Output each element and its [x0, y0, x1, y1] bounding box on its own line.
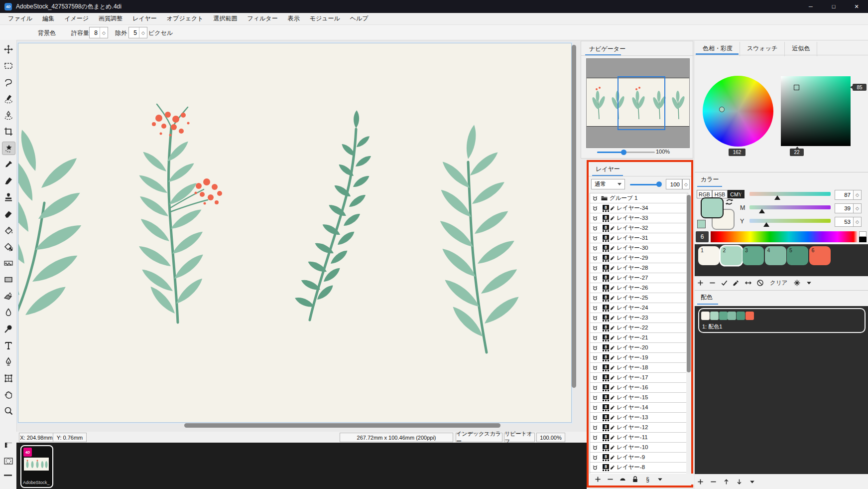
exclude-spinner[interactable]: ◇	[139, 27, 147, 38]
layer-row[interactable]: 8レイヤー-13	[590, 413, 688, 423]
saturation-brightness-marker[interactable]	[794, 85, 799, 90]
navigator-viewport-rect[interactable]	[618, 76, 665, 130]
visibility-eye-icon[interactable]	[592, 205, 600, 212]
layer-row[interactable]: 8レイヤー-8	[590, 463, 688, 473]
layer-row[interactable]: 8レイヤー-15	[590, 393, 688, 403]
palette-panel-tab[interactable]: 配色	[701, 293, 713, 302]
visibility-eye-icon[interactable]	[592, 235, 600, 242]
index-swatch-4[interactable]: 4	[765, 246, 786, 265]
layer-row[interactable]: 8レイヤー-23	[590, 313, 688, 323]
layer-group-row[interactable]: グループ 1	[590, 193, 688, 203]
visibility-eye-icon[interactable]	[592, 225, 600, 232]
palette-collapse-handle[interactable]	[4, 475, 12, 476]
layer-row[interactable]: 8レイヤー-25	[590, 293, 688, 303]
visibility-eye-icon[interactable]	[592, 344, 600, 351]
layer-row[interactable]: 8レイヤー-18	[590, 363, 688, 373]
tool-blur[interactable]	[2, 306, 14, 319]
color-panel-tab[interactable]: カラー	[701, 175, 719, 184]
visibility-eye-icon[interactable]	[592, 374, 600, 381]
channel-value[interactable]: 53	[835, 217, 854, 227]
layer-row[interactable]: 8レイヤー-33	[590, 213, 688, 223]
remove-swatch-button[interactable]	[708, 279, 717, 287]
layer-row[interactable]: 8レイヤー-28	[590, 263, 688, 273]
tab-similar-colors[interactable]: 近似色	[785, 42, 817, 56]
tolerance-spinner[interactable]: ◇	[100, 27, 108, 38]
canvas-vertical-scrollbar[interactable]	[572, 44, 577, 422]
tool-patfill[interactable]	[2, 240, 14, 253]
move-palette-down-button[interactable]	[735, 478, 744, 486]
channel-spinner[interactable]: ◇	[854, 190, 862, 200]
layer-row[interactable]: 8レイヤー-17	[590, 373, 688, 383]
tool-grid[interactable]	[2, 372, 14, 384]
visibility-eye-icon[interactable]	[592, 434, 600, 441]
black-chip[interactable]	[859, 237, 867, 242]
lock-layer-button[interactable]	[631, 475, 639, 484]
channel-slider-thumb[interactable]	[763, 222, 769, 227]
visibility-eye-icon[interactable]	[592, 354, 600, 361]
layer-opacity-slider[interactable]	[630, 184, 659, 185]
visibility-eye-icon[interactable]	[592, 315, 600, 322]
visibility-eye-icon[interactable]	[592, 215, 600, 222]
index-swatch-6[interactable]: 6	[809, 246, 831, 265]
tool-eraser[interactable]	[2, 207, 14, 220]
menu-item-選択範囲[interactable]: 選択範囲	[209, 13, 243, 24]
layer-row[interactable]: 8レイヤー-22	[590, 323, 688, 333]
channel-slider[interactable]	[749, 219, 831, 223]
tool-zoom[interactable]	[2, 405, 14, 417]
layer-row[interactable]: 8レイヤー-12	[590, 423, 688, 433]
tool-marquee[interactable]	[2, 59, 14, 72]
channel-value[interactable]: 87	[835, 190, 854, 200]
visibility-eye-icon[interactable]	[592, 384, 600, 391]
tool-wave[interactable]	[2, 257, 14, 269]
tool-brushsel[interactable]	[2, 92, 14, 105]
navigator-zoom-slider-thumb[interactable]	[621, 150, 626, 155]
layer-row[interactable]: 8レイヤー-29	[590, 253, 688, 263]
layer-opacity-slider-thumb[interactable]	[656, 181, 662, 187]
blend-mode-dropdown[interactable]: 通常	[591, 179, 625, 189]
menu-item-編集[interactable]: 編集	[37, 13, 59, 24]
menu-item-イメージ[interactable]: イメージ	[59, 13, 94, 24]
menu-item-レイヤー[interactable]: レイヤー	[127, 13, 162, 24]
menu-item-フィルター[interactable]: フィルター	[243, 13, 283, 24]
tool-fill[interactable]	[2, 224, 14, 236]
zoom-readout[interactable]: 100.00%	[536, 433, 565, 442]
layer-opacity-value[interactable]: 100	[666, 179, 682, 189]
visibility-eye-icon[interactable]	[592, 444, 600, 451]
layer-row[interactable]: 8レイヤー-20	[590, 343, 688, 353]
layer-row[interactable]: 8レイヤー-14	[590, 403, 688, 413]
layer-row[interactable]: 8レイヤー-32	[590, 223, 688, 233]
menu-item-表示[interactable]: 表示	[283, 13, 305, 24]
link-layer-button[interactable]: §	[643, 475, 652, 484]
white-chip[interactable]	[859, 231, 867, 237]
index-swatch-5[interactable]: 5	[787, 246, 808, 265]
visibility-eye-icon[interactable]	[592, 454, 600, 461]
layer-row[interactable]: 8レイヤー-16	[590, 383, 688, 393]
visibility-eye-icon[interactable]	[592, 464, 600, 471]
repeat-mode-readout[interactable]: リピートオフ	[504, 433, 535, 442]
channel-slider-thumb[interactable]	[774, 195, 780, 200]
visibility-eye-icon[interactable]	[592, 245, 600, 252]
tool-pen[interactable]	[2, 355, 14, 368]
layer-row[interactable]: 8レイヤー-9	[590, 453, 688, 463]
move-palette-up-button[interactable]	[722, 478, 731, 486]
visibility-eye-icon[interactable]	[592, 414, 600, 421]
visibility-eye-icon[interactable]	[592, 364, 600, 371]
menu-item-ヘルプ[interactable]: ヘルプ	[345, 13, 373, 24]
visibility-eye-icon[interactable]	[592, 275, 600, 282]
layer-row[interactable]: 8レイヤー-10	[590, 443, 688, 453]
navigator-tab[interactable]: ナビゲーター	[589, 45, 625, 53]
tool-dropper[interactable]	[2, 158, 14, 170]
channel-slider[interactable]	[749, 192, 831, 196]
channel-value[interactable]: 39	[835, 203, 854, 213]
delete-layer-button[interactable]	[606, 475, 615, 484]
swatch-menu-button[interactable]	[805, 279, 813, 287]
menu-item-ファイル[interactable]: ファイル	[3, 13, 37, 24]
channel-slider-thumb[interactable]	[759, 209, 765, 213]
visibility-eye-icon[interactable]	[592, 285, 600, 292]
visibility-eye-icon[interactable]	[592, 334, 600, 341]
add-layer-button[interactable]	[594, 475, 602, 484]
layer-row[interactable]: 8レイヤー-11	[590, 433, 688, 443]
apply-swatch-button[interactable]	[720, 279, 729, 287]
hue-spectrum-bar[interactable]	[711, 231, 858, 242]
merge-layer-button[interactable]	[619, 475, 627, 484]
